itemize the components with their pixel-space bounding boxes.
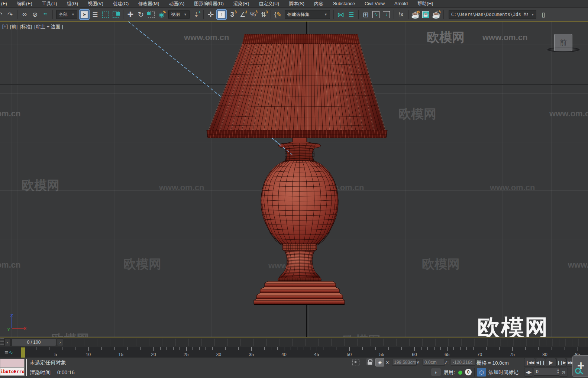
menu-item-7[interactable]: 动画(A) [164, 0, 189, 8]
select-and-place-icon[interactable]: ◉✎ [157, 10, 167, 19]
isolate-selection-icon[interactable] [352, 359, 359, 365]
viewport-menu-general[interactable]: [+] [2, 23, 8, 30]
menu-item-10[interactable]: 自定义(U) [254, 0, 284, 8]
ruler-tick [473, 347, 474, 350]
menu-item-3[interactable]: 组(G) [62, 0, 83, 8]
select-and-move-icon[interactable]: ✚ [126, 10, 135, 19]
absolute-mode-toggle[interactable]: ◈ [375, 358, 384, 366]
security-shield-button[interactable]: ◗ [431, 368, 441, 376]
chevron-down-icon: ▼ [184, 13, 187, 16]
menu-item-16[interactable]: 帮助(H) [413, 0, 438, 8]
previous-key-button[interactable]: ◀❙❙ [536, 358, 545, 367]
redo-icon[interactable]: ↷ [5, 10, 15, 19]
isolate-toggle-icon[interactable]: ⁞x [396, 10, 406, 19]
bind-to-spacewarp-icon[interactable]: ≈ [41, 10, 50, 19]
named-selection-dropdown[interactable]: 创建选择集 ▼ [285, 10, 330, 19]
menu-item-8[interactable]: 图形编辑器(D) [189, 0, 229, 8]
mini-curve-editor-toggle[interactable]: ≣∿ [4, 349, 17, 356]
add-create-key-button[interactable]: + [572, 355, 588, 377]
time-configuration-button[interactable]: ◷ [559, 368, 568, 377]
project-folder-dropdown[interactable]: C:\Users\Han\Documents\3ds Max 2022 ▼ [449, 10, 536, 19]
menu-item-6[interactable]: 修改器(M) [133, 0, 164, 8]
selection-lock-icon[interactable] [366, 358, 374, 365]
viewport-menu-shading[interactable]: [粘土 + 边面 ] [34, 23, 63, 30]
menu-item-15[interactable]: Arnold [390, 0, 413, 7]
track-bar[interactable] [65, 339, 587, 346]
go-to-start-button[interactable]: ❙◀◀ [524, 358, 535, 367]
menu-item-4[interactable]: 视图(V) [83, 0, 108, 8]
timeline-ruler[interactable]: ≣∿ 0510152025303540455055606570758085 [0, 347, 588, 358]
mirror-icon[interactable]: ⋈ [336, 10, 346, 19]
add-time-tag-label[interactable]: 添加时间标记 [488, 369, 518, 376]
undo-icon[interactable]: ↶ [0, 10, 4, 19]
menu-item-2[interactable]: 工具(T) [37, 0, 62, 8]
menu-item-1[interactable]: 编辑(E) [12, 0, 37, 8]
layer-explorer-icon[interactable]: ↓ [382, 10, 391, 19]
maxscript-mini-listener[interactable]: ibuteError [0, 359, 25, 376]
y-coord-field[interactable]: 0.0cm [423, 359, 445, 366]
listener-script-pane[interactable]: ibuteError [0, 368, 25, 376]
rectangular-selection-region-icon[interactable] [101, 10, 110, 19]
reference-coordinate-dropdown[interactable]: 视图 ▼ [168, 10, 190, 19]
ruler-tick [453, 347, 454, 350]
ruler-tick-label: 45 [314, 352, 319, 357]
menu-item-9[interactable]: 渲染(R) [229, 0, 254, 8]
menu-item-13[interactable]: Substance [328, 0, 360, 7]
listener-macro-pane[interactable] [0, 359, 25, 368]
axis-y-label: y [7, 327, 10, 331]
edit-named-selection-icon[interactable]: {✎ [273, 10, 283, 19]
x-coord-field[interactable]: 199.583cm [392, 359, 417, 366]
current-frame-marker[interactable] [21, 347, 25, 358]
percent-snap-icon[interactable]: %ʖ [248, 10, 258, 19]
window-crossing-icon[interactable] [111, 10, 121, 19]
viewcube[interactable]: 前 [554, 34, 572, 51]
viewport-menu-pov[interactable]: [前] [10, 23, 17, 30]
ruler-tick-label: 80 [542, 352, 547, 357]
angle-snap-icon[interactable]: ∠ʖ [238, 10, 248, 19]
rendered-frame-window-icon[interactable]: ☕ [421, 10, 431, 19]
curve-editor-icon[interactable]: ∿ [371, 10, 381, 19]
use-pivot-center-icon[interactable]: ⇣+ [191, 10, 201, 19]
snap-3d-icon[interactable]: 3ʖ [227, 10, 237, 19]
ruler-tick [460, 347, 461, 350]
align-icon[interactable]: ☰ [346, 10, 356, 19]
refcoord-value: 视图 [171, 12, 180, 18]
select-object-button[interactable]: ➤ [79, 9, 90, 20]
spinner-snap-icon[interactable]: ⇅ʖ [259, 10, 268, 19]
time-tag-cube-button[interactable]: ⬡ [477, 368, 486, 377]
unlink-selection-icon[interactable]: ⊘ [30, 10, 40, 19]
menu-item-14[interactable]: Civil View [360, 0, 390, 7]
select-and-scale-icon[interactable] [146, 10, 156, 19]
previous-frame-button[interactable]: ‹ [4, 338, 11, 346]
ruler-tick [382, 347, 382, 351]
drag-handle[interactable] [0, 338, 4, 346]
scene-explorer-icon[interactable]: ⊞ [361, 10, 371, 19]
ruler-tick [480, 347, 480, 351]
notification-zero-badge[interactable]: 0 [465, 369, 472, 375]
perspective-viewport[interactable]: www.om.cn欧模网www.om.cnwww.om.cnwww.om.cn欧… [0, 22, 588, 337]
z-coord-field[interactable]: -120.216c [451, 359, 475, 366]
select-by-name-icon[interactable]: ☰ [90, 10, 100, 19]
ruler-tick [388, 347, 389, 350]
viewport-menu-standard[interactable]: [标准] [20, 23, 32, 30]
menu-item-0[interactable]: (F) [0, 0, 12, 7]
current-frame-field[interactable]: 0 ▲▼ [534, 368, 560, 376]
snaps-toggle-cross-icon[interactable]: ✛ [206, 10, 216, 19]
snap-toggle-button[interactable]: ↑ [216, 9, 227, 20]
ruler-tick-label: 75 [510, 352, 515, 357]
select-and-link-icon[interactable]: ∞ [20, 10, 29, 19]
ruler-tick [56, 347, 56, 351]
next-key-button[interactable]: ❙❙▶ [556, 358, 566, 367]
play-button[interactable]: ▶ [546, 358, 556, 367]
render-production-icon[interactable]: ☕ϟ [432, 10, 441, 19]
selection-filter-dropdown[interactable]: 全部 ▼ [56, 10, 77, 19]
workspace-icon[interactable]: ▯ [539, 10, 548, 19]
menu-item-12[interactable]: 内容 [309, 0, 328, 8]
menu-item-5[interactable]: 创建(C) [108, 0, 133, 8]
menu-item-11[interactable]: 脚本(S) [284, 0, 309, 8]
key-mode-toggle[interactable]: ◀▶ [524, 368, 533, 377]
render-setup-icon[interactable]: ☕⚙ [411, 10, 420, 19]
select-and-rotate-icon[interactable]: ↻ [136, 10, 146, 19]
time-slider[interactable]: 0 / 100 [12, 338, 56, 346]
next-frame-button[interactable]: › [57, 338, 63, 346]
